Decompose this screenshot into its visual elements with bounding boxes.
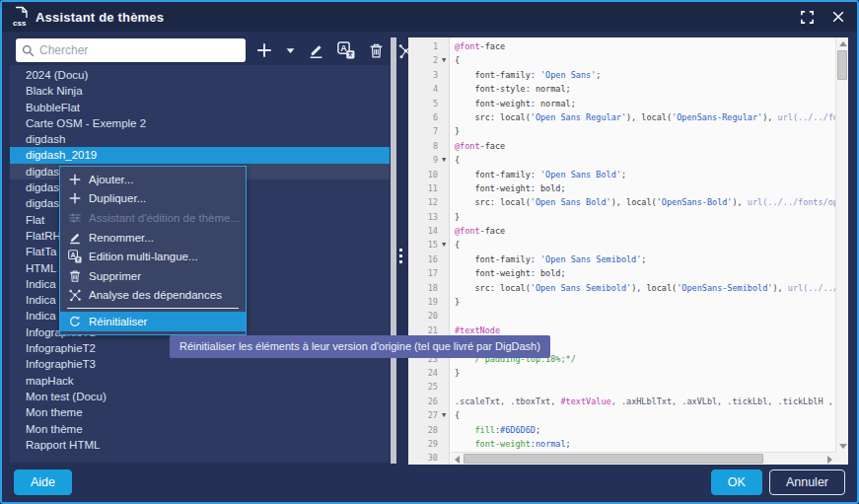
fold-spacer [438,181,450,195]
code-text: font-weight: bold; [450,181,835,195]
theme-list-item[interactable]: 2024 (Docu) [10,67,390,83]
code-line: 11 font-weight: bold; [408,181,835,195]
line-number: 5 [408,97,438,110]
menu-item[interactable]: Ajouter... [60,170,246,189]
theme-list-item[interactable]: Mon test (Docu) [10,389,390,404]
code-line: 16 font-family: 'Open Sans Semibold'; [408,252,835,266]
horizontal-scrollbar[interactable] [451,452,835,465]
line-number: 2 [408,53,438,67]
code-text [450,380,835,394]
code-text: { [450,153,835,167]
code-line: 14@font-face [408,224,835,238]
css-code-editor[interactable]: 1@font-face2▼{3 font-family: 'Open Sans'… [408,37,848,465]
fold-spacer [438,252,450,266]
code-line: 8@font-face [408,139,835,153]
network-icon [68,288,82,302]
theme-list-item[interactable]: Carte OSM - Exemple 2 [10,115,390,131]
plus-icon[interactable] [255,41,273,59]
vertical-scrollbar[interactable] [835,37,848,452]
code-text: font-weight: bold; [450,266,835,280]
plus-icon [68,191,82,205]
menu-item-label: Renommer... [89,232,154,244]
sliders-icon [68,211,82,225]
menu-item[interactable]: Analyse des dépendances [60,286,246,306]
code-line: 13} [408,210,835,224]
code-text: fill:#6D6D6D; [450,423,835,437]
close-icon[interactable] [829,8,847,26]
code-text: .scaleTxt, .tboxTxt, #textValue, .axHLbl… [450,395,835,408]
menu-item[interactable]: Renommer... [60,228,246,248]
trash-icon[interactable] [368,42,385,59]
line-number: 11 [408,181,438,195]
cancel-button[interactable]: Annuler [769,469,845,495]
code-line: 17 font-weight: bold; [408,266,835,280]
theme-list-item[interactable]: mapHack [10,373,390,389]
line-number: 4 [408,82,438,96]
dialog-titlebar: css Assistant de thèmes [2,2,857,32]
help-button[interactable]: Aide [14,469,72,495]
theme-list-item[interactable]: InfographieT3 [10,356,390,372]
fold-arrow-icon[interactable]: ▼ [438,153,450,167]
horizontal-scroll-thumb[interactable] [464,454,763,464]
scroll-right-icon[interactable] [823,453,835,465]
line-number: 6 [408,110,438,124]
scroll-down-icon[interactable] [836,440,848,452]
code-line: 15▼{ [408,238,835,252]
code-text: @font-face [450,139,835,153]
code-text: font-family: 'Open Sans Bold'; [450,168,835,181]
splitter-handle-icon[interactable] [396,245,404,266]
fold-spacer [438,451,450,465]
menu-item[interactable]: Supprimer [60,266,246,286]
fold-arrow-icon[interactable]: ▼ [438,238,450,252]
pencil-icon [68,231,82,245]
code-text: } [450,295,835,309]
menu-item-label: Supprimer [89,270,141,282]
theme-list-item[interactable]: BubbleFlat [10,100,390,115]
fold-arrow-icon[interactable]: ▼ [438,53,450,67]
code-line: 4 font-style: normal; [408,82,835,96]
fold-spacer [438,423,450,437]
fold-spacer [438,124,450,138]
line-number: 15 [408,238,438,252]
code-text: font-weight:normal; [450,437,835,451]
fold-arrow-icon[interactable]: ▼ [438,408,450,422]
scroll-up-icon[interactable] [836,37,848,49]
scroll-left-icon[interactable] [451,453,463,465]
theme-list-item[interactable]: Mon theme [10,404,390,420]
fold-spacer [438,110,450,124]
maximize-icon[interactable] [798,8,816,26]
theme-list-item[interactable]: digdash_2019 [10,147,390,163]
line-number: 19 [408,295,438,309]
reset-tooltip: Réinitialiser les éléments à leur versio… [170,335,550,358]
theme-list-item[interactable]: Black Ninja [10,83,390,99]
search-input[interactable] [39,43,240,57]
menu-item[interactable]: Dupliquer... [60,189,246,209]
fold-spacer [438,82,450,96]
code-line: 28 fill:#6D6D6D; [408,423,835,437]
code-text: @font-face [450,39,835,53]
menu-item[interactable]: AEdition multi-langue... [60,247,246,266]
menu-item-label: Ajouter... [89,174,133,185]
translate-icon: A [68,250,82,263]
pencil-icon[interactable] [308,42,324,59]
theme-list-item[interactable]: digdash [10,131,390,147]
code-line: 20 [408,309,835,323]
fold-spacer [438,437,450,451]
vertical-scroll-thumb[interactable] [837,50,847,80]
line-number: 1 [408,39,438,53]
theme-list-item[interactable]: Mon thème [10,421,390,437]
plus-icon [68,173,82,186]
theme-list-item[interactable]: Rapport HTML [10,437,390,453]
svg-text:A: A [71,252,76,258]
ok-button[interactable]: OK [711,469,762,495]
line-number: 10 [408,168,438,181]
caret-down-icon[interactable] [286,46,295,55]
fold-spacer [438,68,450,82]
line-number: 14 [408,224,438,238]
fold-spacer [438,39,450,53]
code-line: 18 src: local('Open Sans Semibold'), loc… [408,281,835,295]
translate-icon[interactable]: A [337,41,355,59]
code-text: { [450,53,835,67]
code-text: } [450,210,835,224]
menu-item[interactable]: Réinitialiser [60,312,246,331]
